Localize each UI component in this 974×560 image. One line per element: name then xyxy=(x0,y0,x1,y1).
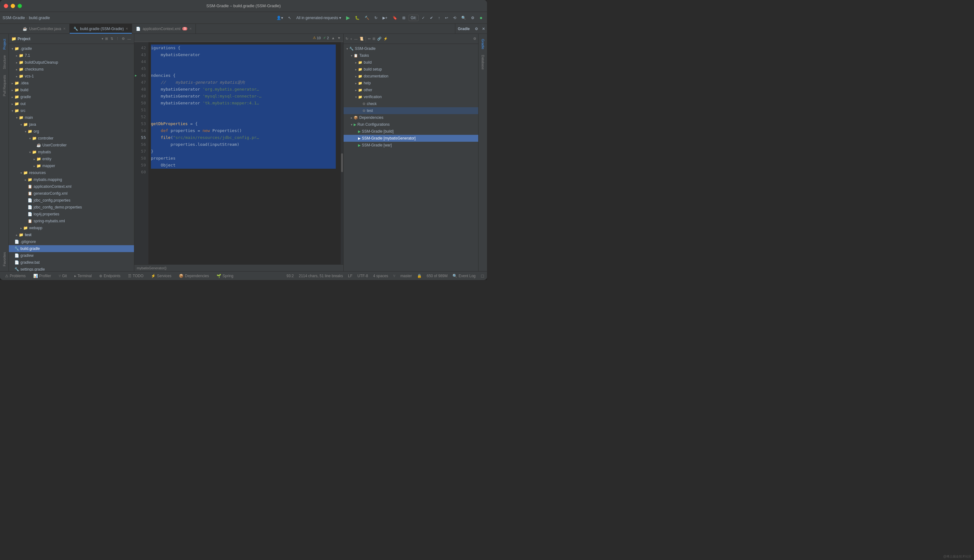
nav-up-btn[interactable]: ▲ xyxy=(331,36,335,40)
tree-item-main[interactable]: 📁 main xyxy=(9,114,134,121)
more-run-btn[interactable]: ▶+ xyxy=(381,15,389,21)
gradle-documentation[interactable]: 📁 documentation xyxy=(344,73,478,80)
gradle-build-setup[interactable]: 📁 build setup xyxy=(344,66,478,73)
tree-item-src[interactable]: 📁 src xyxy=(9,107,134,114)
git-tick-btn[interactable]: ✔ xyxy=(428,15,435,21)
tree-item-log4j[interactable]: 📄 log4j.properties xyxy=(9,211,134,218)
bottom-tab-profiler[interactable]: 📊 Profiler xyxy=(31,273,53,279)
columns-btn[interactable]: ⊞ xyxy=(400,15,407,21)
tree-item-test[interactable]: 📁 test xyxy=(9,232,134,238)
bottom-tab-problems[interactable]: ⚠ Problems xyxy=(3,273,28,279)
tree-item-gradle-root[interactable]: 📁 gradle xyxy=(9,93,134,100)
tree-item-settings-gradle[interactable]: 🔧 settings.gradle xyxy=(9,266,134,271)
gradle-script-btn[interactable]: 📜 xyxy=(359,36,364,42)
vertical-scrollbar[interactable] xyxy=(341,42,343,264)
vtab-favorites[interactable]: Favorites xyxy=(2,250,7,269)
tab-close-usercontroller[interactable]: ✕ xyxy=(63,27,65,30)
tree-item-entity[interactable]: 📁 entity xyxy=(9,155,134,162)
gradle-run-war[interactable]: ▶ SSM-Gradle [war] xyxy=(344,142,478,148)
tree-item-jdbc-demo[interactable]: 📄 jdbc_config_demo.properties xyxy=(9,204,134,211)
tree-item-genconfig[interactable]: 📋 generatorConfig.xml xyxy=(9,190,134,197)
tree-item-resources[interactable]: 📁 resources xyxy=(9,169,134,176)
tree-item-spring-mybatis[interactable]: 📋 spring-mybatis.xml xyxy=(9,218,134,225)
tree-item-mybatis-mapping[interactable]: 📁 mybatis.mapping xyxy=(9,176,134,183)
run-config-dropdown[interactable]: All in generated-requests ▾ xyxy=(294,15,342,21)
tree-item-7-1[interactable]: 📁 7.1 xyxy=(9,52,134,59)
helper-btn[interactable]: ● xyxy=(478,14,484,22)
gradle-link-btn[interactable]: 🔗 xyxy=(376,36,382,42)
cursor-btn[interactable]: ↖ xyxy=(286,15,293,21)
close-button[interactable] xyxy=(4,4,8,8)
gradle-verification[interactable]: 📁 verification xyxy=(344,93,478,100)
tree-item-buildoutput[interactable]: 📁 buildOutputCleanup xyxy=(9,59,134,66)
gradle-run-build[interactable]: ▶ SSM-Gradle [build] xyxy=(344,128,478,135)
bottom-tab-services[interactable]: ⚡ Services xyxy=(149,273,174,279)
tree-item-java[interactable]: 📁 java xyxy=(9,121,134,128)
panel-settings-btn[interactable]: ⚙ xyxy=(121,36,125,42)
bottom-tab-endpoints[interactable]: ⊕ Endpoints xyxy=(97,273,123,279)
tree-item-vcs1[interactable]: 📁 vcs-1 xyxy=(9,73,134,80)
code-scroll-area[interactable]: 42 43 44 45 46 47 48 49 50 51 52 53 54 5… xyxy=(134,42,343,264)
bottom-tab-todo[interactable]: ☰ TODO xyxy=(125,273,146,279)
gradle-other[interactable]: 📁 other xyxy=(344,87,478,93)
gradle-align-btn[interactable]: ⇔ xyxy=(367,36,371,42)
settings-btn[interactable]: ⚙ xyxy=(469,15,476,21)
gradle-check[interactable]: ⚙ check xyxy=(344,100,478,107)
tree-item-build-gradle[interactable]: 🔧 build.gradle xyxy=(9,245,134,252)
tree-item-appcontext[interactable]: 📋 applicationContext.xml xyxy=(9,183,134,190)
vtab-pull-requests[interactable]: Pull Requests xyxy=(2,72,7,99)
gradle-remove-btn[interactable]: — xyxy=(353,37,358,42)
bottom-tab-git[interactable]: ⑂ Git xyxy=(56,273,69,279)
bottom-tab-eventlog[interactable]: 🔍 Event Log xyxy=(450,273,478,279)
tab-applicationcontext[interactable]: 📄 applicationContext.xml 9 ✕ xyxy=(132,24,196,33)
gradle-reload-btn[interactable]: ↻ xyxy=(345,36,349,42)
maximize-button[interactable] xyxy=(18,4,22,8)
git-push-btn[interactable]: ↑ xyxy=(436,15,442,21)
vtab-structure[interactable]: Structure xyxy=(2,53,7,72)
search-btn[interactable]: 🔍 xyxy=(459,15,468,21)
tree-item-controller[interactable]: 📁 controller xyxy=(9,135,134,142)
bottom-tab-spring[interactable]: 🌱 Spring xyxy=(214,273,236,279)
gradle-expand-btn[interactable]: ⊞ xyxy=(372,36,376,42)
tree-item-jdbc-config[interactable]: 📄 jdbc_config.properties xyxy=(9,197,134,204)
panel-options-btn[interactable]: ⋮ xyxy=(115,36,120,42)
tree-item-gradlew-bat[interactable]: 📄 gradlew.bat xyxy=(9,259,134,266)
tree-item-checksums[interactable]: 📁 checksums xyxy=(9,66,134,73)
gradle-help[interactable]: 📁 help xyxy=(344,80,478,87)
tab-close-build-gradle[interactable]: ✕ xyxy=(125,27,128,30)
bookmark-btn[interactable]: 🔖 xyxy=(391,15,399,21)
git-history-btn[interactable]: ⟲ xyxy=(451,15,458,21)
gradle-settings-btn[interactable]: ⚙ xyxy=(473,24,480,33)
nav-down-btn[interactable]: ▼ xyxy=(337,36,341,40)
gradle-close-btn[interactable]: ✕ xyxy=(480,24,487,33)
tree-item-gradle-folder[interactable]: 📁 .gradle xyxy=(9,45,134,52)
tab-usercontroller[interactable]: ☕ UserController.java ✕ xyxy=(19,24,70,33)
build-btn[interactable]: 🔨 xyxy=(363,15,371,21)
tab-close-applicationcontext[interactable]: ✕ xyxy=(189,27,192,30)
tree-item-gradlew[interactable]: 📄 gradlew xyxy=(9,252,134,259)
tree-item-out[interactable]: 📁 out xyxy=(9,100,134,107)
panel-scope-btn[interactable]: ⊞ xyxy=(105,36,109,42)
bottom-tab-dependencies[interactable]: 📦 Dependencies xyxy=(176,273,212,279)
git-pull-btn[interactable]: ↩ xyxy=(443,15,450,21)
git-check-btn[interactable]: ✓ xyxy=(420,15,427,21)
vtab-database[interactable]: Database xyxy=(480,52,486,72)
tree-item-mybatis[interactable]: 📁 mybatis xyxy=(9,148,134,155)
gradle-settings-panel-btn[interactable]: ⚙ xyxy=(473,36,477,42)
profile-btn[interactable]: 👤▾ xyxy=(274,15,285,21)
tab-build-gradle[interactable]: 🔧 build.gradle (SSM-Gradle) ✕ xyxy=(70,24,132,33)
expand-panel-btn[interactable]: □ xyxy=(481,273,484,279)
gradle-add-btn[interactable]: + xyxy=(349,37,353,42)
vtab-gradle[interactable]: Gradle xyxy=(480,37,486,52)
tree-item-org[interactable]: 📁 org xyxy=(9,128,134,135)
gradle-tasks[interactable]: 📋 Tasks xyxy=(344,52,478,59)
gradle-run-mybatis[interactable]: ▶ SSM-Gradle [mybatisGenerator] xyxy=(344,135,478,142)
gradle-dependencies[interactable]: 📦 Dependencies xyxy=(344,114,478,121)
gradle-filter-btn[interactable]: ⚡ xyxy=(383,36,388,42)
panel-close-btn[interactable]: — xyxy=(127,37,132,42)
gradle-test[interactable]: ⚙ test xyxy=(344,107,478,114)
panel-sort-btn[interactable]: ⇅ xyxy=(110,36,114,42)
tree-item-gitignore[interactable]: 📄 .gitignore xyxy=(9,238,134,245)
gradle-ssm-gradle[interactable]: 🔧 SSM-Gradle xyxy=(344,45,478,52)
debug-btn[interactable]: 🐛 xyxy=(353,15,361,21)
